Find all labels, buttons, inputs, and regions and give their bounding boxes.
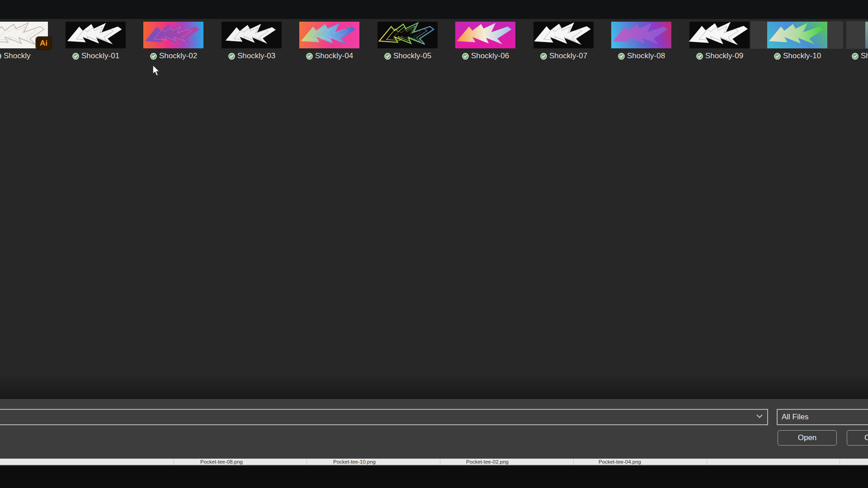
filename-input[interactable] <box>0 409 768 425</box>
file-item-shockly-07[interactable]: Shockly-07 <box>540 51 587 61</box>
file-thumbnail-shockly-04[interactable] <box>299 22 359 48</box>
cancel-button[interactable]: Cancel <box>847 430 868 446</box>
sync-status-icon <box>150 53 157 60</box>
footer-black-bar <box>0 466 868 488</box>
title-bar <box>0 0 868 19</box>
background-window-strip <box>0 459 868 466</box>
background-file-label: Pocket-tee-08.png <box>200 459 243 465</box>
sync-status-icon <box>540 53 547 60</box>
sync-status-icon <box>72 53 79 60</box>
file-name-label: Shockly-10 <box>783 52 821 61</box>
file-name-label: Sh <box>861 52 868 61</box>
mouse-cursor <box>151 65 161 77</box>
sync-status-icon <box>462 53 469 60</box>
dialog-footer-panel <box>0 399 868 459</box>
file-item-shockly-03[interactable]: Shockly-03 <box>228 51 275 61</box>
file-thumbnail-shockly-03[interactable] <box>222 22 282 48</box>
grid-cell-divider <box>307 459 307 465</box>
file-item-shockly-05[interactable]: Shockly-05 <box>384 51 431 61</box>
file-thumbnail-shockly-05[interactable] <box>377 22 438 48</box>
file-thumbnail-shockly-ai[interactable]: Ai <box>0 22 48 48</box>
file-item-shockly-08[interactable]: Shockly-08 <box>618 51 665 61</box>
background-file-label: Pocket-tee-02.png <box>466 459 509 465</box>
background-file-label: Pocket-tee-04.png <box>599 459 641 465</box>
sync-status-icon <box>228 53 235 60</box>
clipped-thumbnail-sliver <box>865 22 868 48</box>
file-item-shockly-10[interactable]: Shockly-10 <box>774 51 821 61</box>
grid-cell-divider <box>174 459 174 465</box>
grid-cell-divider <box>573 459 574 465</box>
grid-cell-divider <box>840 459 840 465</box>
file-name-label: Shockly-01 <box>81 52 119 61</box>
file-name-label: Shockly-07 <box>549 52 587 61</box>
file-thumbnail-shockly-08[interactable] <box>611 22 671 48</box>
chevron-down-icon[interactable] <box>756 414 763 418</box>
background-file-label: Pocket-tee-10.png <box>333 459 376 465</box>
item-highlight-tile <box>846 21 868 49</box>
file-name-label: Shockly-09 <box>705 52 743 61</box>
list-bottom-shadow <box>0 373 868 399</box>
open-button[interactable]: Open <box>778 430 837 446</box>
file-name-label: Shockly-06 <box>471 52 509 61</box>
file-type-dropdown[interactable]: All Files <box>777 409 868 425</box>
grid-cell-divider <box>440 459 440 465</box>
file-item-shockly-11-partial[interactable]: Sh <box>852 51 868 61</box>
file-item-shockly-04[interactable]: Shockly-04 <box>306 51 353 61</box>
file-item-shockly-06[interactable]: Shockly-06 <box>462 51 509 61</box>
file-type-value: All Files <box>782 413 809 422</box>
file-open-dialog: Ai Shockly Shockly-01 Shockly-02 Shock <box>0 0 868 488</box>
file-thumbnail-shockly-10[interactable] <box>767 22 827 48</box>
file-name-label: Shockly <box>4 52 31 61</box>
sync-status-icon <box>0 53 1 60</box>
sync-status-icon <box>696 53 703 60</box>
sync-status-icon <box>774 53 781 60</box>
file-name-label: Shockly-05 <box>393 52 431 61</box>
file-item-shockly-01[interactable]: Shockly-01 <box>72 51 119 61</box>
adobe-illustrator-badge: Ai <box>36 37 52 50</box>
file-thumbnail-shockly-01[interactable] <box>66 22 126 48</box>
file-item-shockly[interactable]: Shockly <box>0 51 31 61</box>
file-thumbnail-shockly-02[interactable] <box>143 22 203 48</box>
sync-status-icon <box>618 53 625 60</box>
sync-status-icon <box>306 53 313 60</box>
file-item-shockly-02[interactable]: Shockly-02 <box>150 51 197 61</box>
file-thumbnail-shockly-07[interactable] <box>533 22 594 48</box>
file-name-label: Shockly-03 <box>237 52 275 61</box>
file-list-area <box>0 19 868 399</box>
file-item-shockly-09[interactable]: Shockly-09 <box>696 51 743 61</box>
file-name-label: Shockly-08 <box>627 52 665 61</box>
file-name-label: Shockly-04 <box>315 52 353 61</box>
sync-status-icon <box>384 53 391 60</box>
file-thumbnail-shockly-06[interactable] <box>455 22 515 48</box>
grid-cell-divider <box>707 459 707 465</box>
sync-status-icon <box>852 53 859 60</box>
file-thumbnail-shockly-09[interactable] <box>689 22 750 48</box>
file-name-label: Shockly-02 <box>159 52 197 61</box>
